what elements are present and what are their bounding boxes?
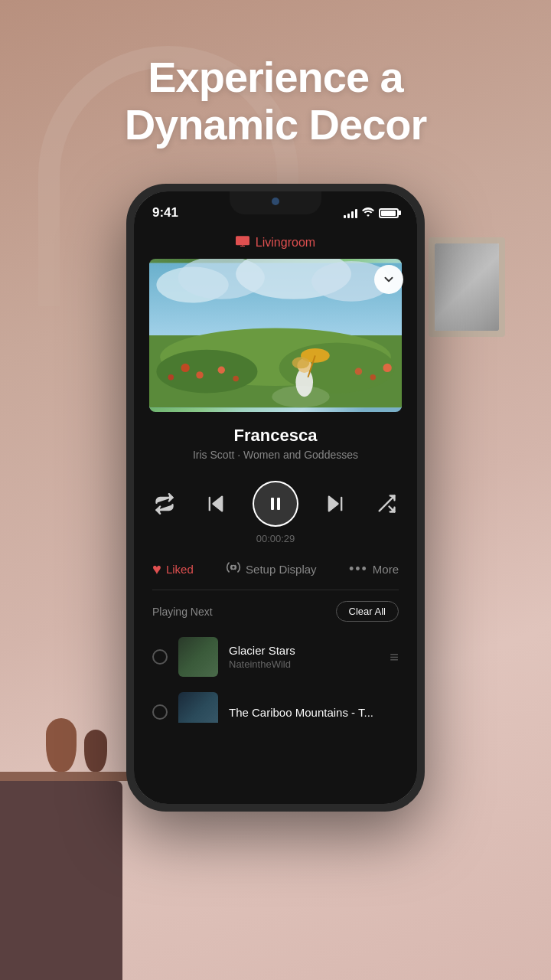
- svg-point-14: [196, 371, 203, 378]
- pause-button[interactable]: [253, 481, 298, 527]
- queue-item-partial: The Cariboo Mountains - T...: [134, 684, 417, 723]
- setup-display-button[interactable]: Setup Display: [226, 560, 317, 579]
- queue-thumbnail: [178, 692, 218, 723]
- battery-icon: [379, 208, 399, 218]
- action-row: ♥ Liked Setup Display: [134, 554, 417, 590]
- playback-controls: [134, 469, 417, 530]
- queue-item: Glacier Stars NateintheWild ≡: [134, 629, 417, 684]
- room-label[interactable]: Livingroom: [134, 225, 417, 259]
- queue-thumbnail: [178, 637, 218, 677]
- more-button[interactable]: ••• More: [349, 561, 399, 577]
- wifi-icon: [362, 207, 374, 220]
- phone-camera: [272, 198, 279, 205]
- svg-point-16: [218, 367, 225, 374]
- setup-icon: [226, 560, 241, 579]
- tv-icon: [236, 236, 249, 250]
- svg-point-35: [232, 566, 236, 570]
- phone-notch: [230, 191, 321, 214]
- bg-cabinet: [0, 781, 122, 980]
- playing-next-header: Playing Next Clear All: [134, 590, 417, 629]
- app-content: Livingroom: [134, 225, 417, 804]
- track-title: Francesca: [149, 426, 402, 446]
- phone-mockup: 9:41: [126, 184, 425, 812]
- svg-point-17: [233, 376, 239, 382]
- svg-marker-31: [328, 497, 337, 511]
- bg-vase1: [46, 718, 77, 772]
- more-label: More: [373, 563, 399, 576]
- liked-button[interactable]: ♥ Liked: [152, 560, 194, 578]
- status-time: 9:41: [152, 205, 178, 220]
- setup-display-label: Setup Display: [246, 563, 317, 576]
- status-icons: [344, 207, 399, 220]
- liked-label: Liked: [166, 563, 194, 576]
- svg-point-13: [181, 364, 189, 372]
- chevron-down-button[interactable]: [374, 265, 403, 294]
- bg-frame-image: [435, 243, 499, 331]
- dots-icon: •••: [349, 561, 368, 577]
- next-button[interactable]: [320, 488, 350, 519]
- queue-info: The Cariboo Mountains - T...: [229, 706, 399, 719]
- svg-point-11: [156, 350, 257, 394]
- playing-next-label: Playing Next: [152, 606, 213, 618]
- queue-radio[interactable]: [152, 704, 168, 720]
- queue-title: Glacier Stars: [229, 644, 379, 657]
- svg-point-15: [168, 374, 174, 381]
- queue-reorder-handle[interactable]: ≡: [390, 648, 399, 666]
- svg-point-19: [370, 374, 377, 381]
- bg-wall-frame: [429, 237, 505, 337]
- phone-outer: 9:41: [126, 184, 425, 812]
- headline-line1: Experience a: [148, 53, 403, 101]
- phone-power-button: [423, 283, 425, 329]
- signal-bars-icon: [344, 207, 357, 218]
- svg-rect-30: [277, 498, 280, 510]
- queue-title: The Cariboo Mountains - T...: [229, 706, 399, 719]
- heart-icon: ♥: [152, 560, 161, 578]
- svg-rect-29: [271, 498, 274, 510]
- headline-line2: Dynamic Decor: [125, 100, 427, 149]
- headline: Experience a Dynamic Decor: [0, 54, 551, 148]
- room-name: Livingroom: [256, 236, 315, 250]
- time-display: 00:00:29: [134, 530, 417, 554]
- phone-screen: 9:41: [134, 191, 417, 804]
- repeat-button[interactable]: [149, 488, 180, 519]
- queue-radio[interactable]: [152, 649, 168, 665]
- svg-rect-0: [236, 236, 249, 245]
- queue-info: Glacier Stars NateintheWild: [229, 644, 379, 670]
- previous-button[interactable]: [201, 488, 232, 519]
- svg-marker-27: [214, 497, 223, 511]
- track-info: Francesca Iris Scott · Women and Goddess…: [134, 412, 417, 469]
- svg-point-26: [292, 357, 310, 368]
- queue-item: The Cariboo Mountains - T...: [134, 684, 417, 723]
- phone-vol-down-button: [126, 302, 128, 345]
- phone-vol-up-button: [126, 268, 128, 295]
- artwork-painting: [149, 259, 402, 412]
- svg-point-18: [355, 368, 362, 374]
- artwork-container: [149, 259, 402, 412]
- track-subtitle: Iris Scott · Women and Goddesses: [149, 449, 402, 461]
- svg-point-20: [383, 364, 391, 372]
- bg-vase2: [84, 730, 107, 772]
- shuffle-button[interactable]: [371, 488, 402, 519]
- queue-artist: NateintheWild: [229, 658, 379, 670]
- clear-all-button[interactable]: Clear All: [336, 601, 399, 622]
